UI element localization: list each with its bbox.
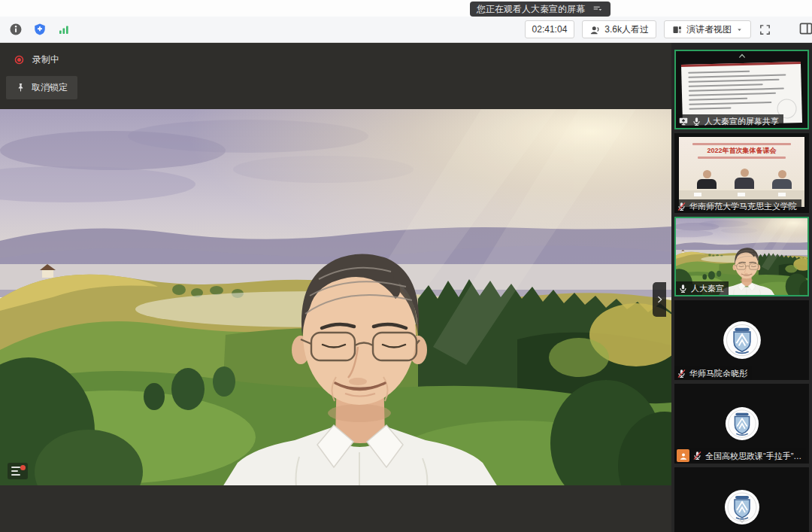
participant-name-tag: 华师马院余晓彤 xyxy=(674,366,752,380)
participants-sidebar: 人大秦宣的屏幕共享 2022年首次集体备课会 华南师范大学马克思主 xyxy=(671,43,812,532)
chevron-right-icon xyxy=(655,293,665,306)
meeting-info-icon[interactable] xyxy=(9,23,23,36)
watermark-red-dot xyxy=(20,465,26,470)
main-video xyxy=(0,109,671,485)
host-person-badge xyxy=(677,449,689,462)
chevron-up-icon xyxy=(735,51,750,61)
layout-grid-icon xyxy=(671,24,683,35)
mic-on-icon xyxy=(678,284,688,293)
room-person xyxy=(697,170,717,191)
participant-name: 华师马院余晓彤 xyxy=(689,368,747,378)
chevron-down-icon xyxy=(735,26,744,34)
mic-muted-icon xyxy=(677,369,686,378)
participant-tile-room[interactable]: 2022年首次集体备课会 华南师范大学马克思主义学院 xyxy=(674,133,809,213)
room-banner-title: 2022年首次集体备课会 xyxy=(679,147,804,155)
record-dot-icon xyxy=(14,54,25,65)
scroll-up-button[interactable] xyxy=(676,51,807,61)
participant-name: 全国高校思政课“手拉手”… xyxy=(705,451,801,461)
university-emblem xyxy=(723,321,762,360)
virtual-background-landscape xyxy=(0,109,671,485)
sidebar-collapse-handle[interactable] xyxy=(653,282,666,317)
network-signal-icon[interactable] xyxy=(57,23,71,36)
webinar-top-strip: 您正在观看人大秦宣的屏幕 xyxy=(0,0,812,17)
participant-tile-screen-share[interactable]: 人大秦宣的屏幕共享 xyxy=(674,50,809,129)
person-icon xyxy=(679,451,688,461)
university-emblem xyxy=(725,406,759,441)
meeting-window: 您正在观看人大秦宣的屏幕 02:41:04 3.6k人看过 演讲者视图 xyxy=(0,0,812,532)
room-video-preview: 2022年首次集体备课会 xyxy=(679,137,804,207)
viewers-icon xyxy=(589,24,601,35)
mic-on-icon xyxy=(692,117,701,126)
room-person xyxy=(772,170,792,191)
stage-area: 录制中 取消锁定 xyxy=(0,43,671,532)
room-banner: 2022年首次集体备课会 xyxy=(679,141,804,160)
viewers-count-button[interactable]: 3.6k人看过 xyxy=(582,20,656,38)
mic-muted-icon xyxy=(677,202,686,211)
unpin-button[interactable]: 取消锁定 xyxy=(6,76,77,99)
participant-name: 华南师范大学马克思主义学院 xyxy=(689,201,797,211)
participant-name-tag: 人大秦宣的屏幕共享 xyxy=(676,114,783,128)
side-panel-toggle-icon[interactable] xyxy=(798,21,812,36)
pin-icon xyxy=(16,83,26,93)
mic-muted-icon xyxy=(692,451,702,461)
screen-share-icon xyxy=(678,116,689,126)
video-watermark-logo xyxy=(8,463,28,479)
recording-indicator: 录制中 xyxy=(14,53,59,66)
recording-label: 录制中 xyxy=(32,53,59,66)
fullscreen-button[interactable] xyxy=(759,23,771,36)
viewers-count-label: 3.6k人看过 xyxy=(604,23,649,36)
viewing-banner-text: 您正在观看人大秦宣的屏幕 xyxy=(477,2,585,17)
meeting-timer-value: 02:41:04 xyxy=(532,24,568,35)
scroll-down-button[interactable] xyxy=(671,515,812,526)
unpin-label: 取消锁定 xyxy=(32,81,68,94)
participant-tile-avatar[interactable]: 全国高校思政课“手拉手”… xyxy=(674,384,809,464)
participant-tile-avatar[interactable]: 华师马院余晓彤 xyxy=(674,300,809,380)
view-mode-label: 演讲者视图 xyxy=(686,23,732,36)
room-person xyxy=(735,169,754,190)
participant-name-tag: 人大秦宣 xyxy=(676,281,729,295)
participant-tile-speaker[interactable]: 人大秦宣 xyxy=(674,217,809,296)
viewing-banner[interactable]: 您正在观看人大秦宣的屏幕 xyxy=(470,2,611,17)
chevron-down-icon xyxy=(734,515,750,526)
participant-name-tag: 华南师范大学马克思主义学院 xyxy=(674,199,801,213)
meeting-timer: 02:41:04 xyxy=(525,20,575,38)
banner-menu-icon[interactable] xyxy=(592,3,604,15)
participant-name: 人大秦宣 xyxy=(691,283,724,293)
security-shield-icon[interactable] xyxy=(33,23,47,36)
view-mode-selector[interactable]: 演讲者视图 xyxy=(664,20,751,38)
participant-name-tag: 全国高校思政课“手拉手”… xyxy=(674,448,806,464)
participant-name: 人大秦宣的屏幕共享 xyxy=(704,116,779,126)
top-toolbar: 02:41:04 3.6k人看过 演讲者视图 xyxy=(0,17,812,43)
